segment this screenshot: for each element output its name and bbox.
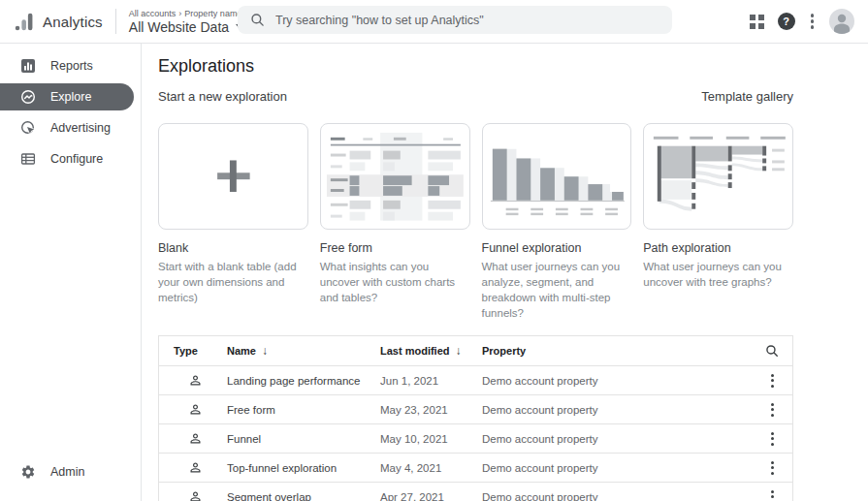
sidebar-item-reports[interactable]: Reports	[0, 52, 141, 79]
card-title: Blank	[158, 241, 308, 255]
table-row[interactable]: Top-funnel exploration May 4, 2021 Demo …	[159, 453, 792, 482]
header-type: Type	[159, 345, 227, 357]
exploration-modified: May 10, 2021	[380, 433, 482, 445]
sidebar-item-label: Admin	[50, 465, 84, 479]
exploration-property: Demo account property	[482, 433, 752, 445]
analytics-logo-icon	[14, 12, 34, 32]
explorations-page: Explorations Start a new exploration Tem…	[142, 44, 868, 501]
analytics-home-link[interactable]: Analytics	[14, 12, 103, 32]
exploration-name: Landing page performance	[227, 375, 380, 387]
explore-icon	[20, 89, 36, 105]
exploration-property: Demo account property	[482, 462, 752, 474]
plus-icon	[159, 125, 307, 228]
table-header: Type Name ↓ Last modified ↓ Property	[159, 336, 792, 365]
card-title: Funnel exploration	[482, 241, 632, 255]
exploration-property: Demo account property	[482, 375, 752, 387]
exploration-modified: Apr 27, 2021	[380, 491, 482, 501]
sort-descending-icon: ↓	[456, 344, 462, 358]
breadcrumb-property: Property name	[184, 9, 241, 18]
breadcrumb: All accounts › Property name	[129, 9, 243, 18]
exploration-property: Demo account property	[482, 491, 752, 501]
free-form-thumbnail	[321, 125, 469, 228]
exploration-name: Segment overlap	[227, 491, 380, 501]
property-selector-label: All Website Data	[129, 19, 229, 35]
sidebar: Reports Explore Advertising Configure Ad…	[0, 44, 142, 501]
search-icon	[250, 13, 265, 27]
caption-path: Path exploration What user journeys can …	[643, 241, 793, 321]
exploration-name: Top-funnel exploration	[227, 462, 380, 474]
table-row[interactable]: Free form May 23, 2021 Demo account prop…	[159, 394, 792, 423]
configure-icon	[20, 151, 36, 167]
funnel-thumbnail	[483, 125, 631, 228]
template-card-free-form[interactable]	[320, 123, 470, 230]
exploration-modified: Jun 1, 2021	[380, 375, 482, 387]
header-last-modified[interactable]: Last modified ↓	[380, 344, 482, 358]
more-options-icon[interactable]	[809, 12, 817, 31]
topbar-divider	[115, 9, 116, 34]
page-title: Explorations	[158, 56, 793, 77]
exploration-property: Demo account property	[482, 404, 752, 416]
row-menu-icon[interactable]	[768, 458, 777, 478]
caption-funnel: Funnel exploration What user journeys ca…	[482, 241, 632, 321]
exploration-name: Free form	[227, 404, 380, 416]
sidebar-item-advertising[interactable]: Advertising	[0, 114, 141, 141]
help-icon[interactable]: ?	[778, 13, 795, 30]
template-cards	[158, 123, 793, 230]
caption-free-form: Free form What insights can you uncover …	[320, 241, 470, 321]
person-icon	[188, 460, 203, 475]
help-glyph: ?	[783, 16, 789, 27]
header-name-label: Name	[227, 345, 256, 357]
header-property: Property	[482, 345, 752, 357]
card-title: Free form	[320, 241, 470, 255]
sidebar-item-label: Configure	[50, 152, 103, 166]
sort-descending-icon: ↓	[262, 344, 268, 358]
caption-blank: Blank Start with a blank table (add your…	[158, 241, 308, 321]
template-card-funnel[interactable]	[482, 123, 632, 230]
sidebar-item-configure[interactable]: Configure	[0, 145, 141, 172]
start-new-exploration-label: Start a new exploration	[158, 89, 287, 104]
template-card-path[interactable]	[643, 123, 793, 230]
template-gallery-link[interactable]: Template gallery	[701, 89, 793, 104]
person-icon	[188, 431, 203, 446]
apps-grid-icon[interactable]	[750, 15, 764, 29]
global-search	[238, 6, 672, 34]
person-icon	[188, 402, 203, 417]
card-title: Path exploration	[643, 241, 793, 255]
table-row[interactable]: Landing page performance Jun 1, 2021 Dem…	[159, 365, 792, 394]
row-menu-icon[interactable]	[768, 400, 777, 420]
reports-icon	[20, 58, 36, 74]
row-menu-icon[interactable]	[768, 487, 777, 501]
advertising-icon	[20, 120, 36, 136]
exploration-name: Funnel	[227, 433, 380, 445]
row-menu-icon[interactable]	[768, 371, 777, 391]
account-property-selector[interactable]: All accounts › Property name All Website…	[129, 9, 243, 35]
table-search-icon[interactable]	[765, 344, 779, 358]
row-menu-icon[interactable]	[768, 429, 777, 449]
table-row[interactable]: Funnel May 10, 2021 Demo account propert…	[159, 423, 792, 453]
person-icon	[188, 489, 203, 501]
exploration-modified: May 23, 2021	[380, 404, 482, 416]
search-input[interactable]	[275, 14, 659, 27]
sidebar-item-label: Advertising	[50, 121, 111, 135]
card-description: What insights can you uncover with custo…	[320, 259, 470, 305]
sidebar-item-label: Reports	[50, 59, 93, 73]
header-modified-label: Last modified	[380, 345, 450, 357]
breadcrumb-account: All accounts	[129, 9, 177, 18]
person-icon	[188, 373, 203, 388]
table-row[interactable]: Segment overlap Apr 27, 2021 Demo accoun…	[159, 482, 792, 501]
template-card-blank[interactable]	[158, 123, 308, 230]
brand-name: Analytics	[43, 14, 103, 30]
card-description: What user journeys can you analyze, segm…	[482, 259, 632, 321]
avatar[interactable]	[829, 9, 854, 34]
sidebar-item-admin[interactable]: Admin	[0, 458, 141, 485]
card-description: Start with a blank table (add your own d…	[158, 259, 308, 305]
exploration-modified: May 4, 2021	[380, 462, 482, 474]
top-app-bar: Analytics All accounts › Property name A…	[0, 0, 868, 44]
explorations-table: Type Name ↓ Last modified ↓ Property Lan…	[158, 335, 793, 501]
template-captions: Blank Start with a blank table (add your…	[158, 241, 793, 321]
path-thumbnail	[644, 125, 792, 228]
sidebar-item-explore[interactable]: Explore	[0, 83, 134, 110]
gear-icon	[20, 464, 36, 480]
card-description: What user journeys can you uncover with …	[643, 259, 793, 290]
header-name[interactable]: Name ↓	[227, 344, 380, 358]
